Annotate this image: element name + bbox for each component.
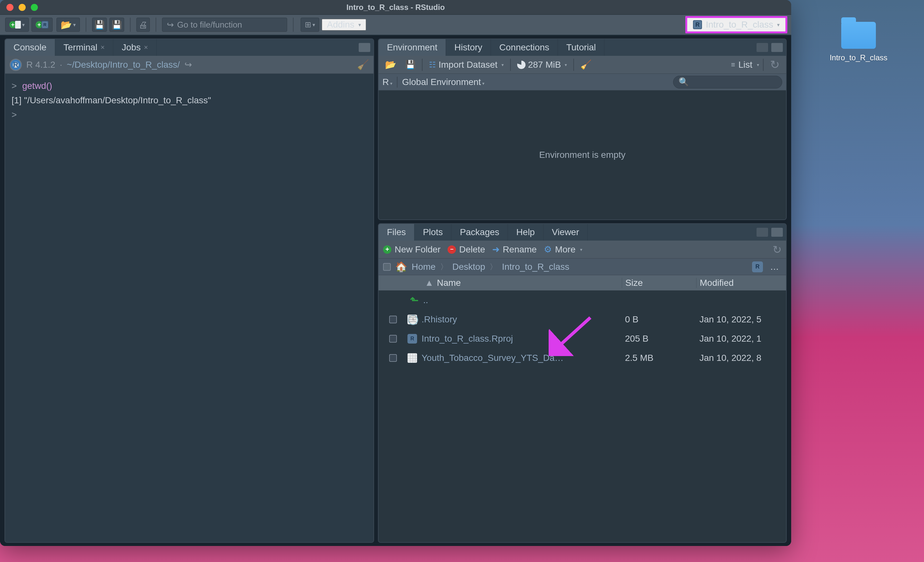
column-size[interactable]: Size [622,278,696,288]
refresh-env-button[interactable]: ↻ [767,58,782,71]
maximize-pane-icon[interactable] [771,43,783,52]
env-empty-message: Environment is empty [379,90,786,219]
console-path-link[interactable]: ~/Desktop/Intro_to_R_class/ [67,60,180,70]
tab-environment[interactable]: Environment [379,39,446,56]
r-version-label: R 4.1.2 [26,60,55,70]
file-row[interactable]: RIntro_to_R_class.Rproj 205 B Jan 10, 20… [379,329,786,348]
home-icon[interactable]: 🏠 [395,261,407,272]
data-file-icon [408,353,417,363]
delete-button[interactable]: −Delete [448,244,485,255]
env-search-input[interactable]: 🔍 [673,76,782,88]
import-dataset-button[interactable]: ☷Import Dataset▾ [426,58,506,71]
goto-input[interactable]: ↪Go to file/function [162,18,287,32]
breadcrumb-desktop[interactable]: Desktop [452,262,485,272]
tab-history[interactable]: History [446,39,491,56]
r-logo-icon: R [10,59,22,71]
memory-usage-button[interactable]: 287 MiB▾ [514,58,570,71]
clear-console-icon[interactable]: 🧹 [357,59,369,70]
up-arrow-icon: ⬑ [410,294,418,306]
minimize-pane-icon[interactable] [756,228,768,237]
files-pane: Files Plots Packages Help Viewer +New Fo… [378,223,787,543]
file-row-up[interactable]: ⬑.. [379,291,786,310]
new-folder-button[interactable]: +New Folder [383,244,441,255]
window-title: Intro_to_R_class - RStudio [346,3,445,12]
environment-pane: Environment History Connections Tutorial… [378,39,787,220]
chevron-right-icon: 〉 [490,262,497,272]
tab-packages[interactable]: Packages [452,224,508,241]
env-view-button[interactable]: ≡List▾ [731,60,759,70]
open-file-button[interactable]: 📂 [57,18,80,32]
share-icon[interactable]: ↪ [184,59,192,70]
print-button[interactable]: 🖨 [136,18,150,32]
breadcrumb-project[interactable]: Intro_to_R_class [502,262,569,272]
more-button[interactable]: ⚙More▾ [544,244,582,255]
pane-layout-button[interactable]: ⊞ [301,18,319,32]
tab-jobs[interactable]: Jobs× [113,39,157,56]
share-icon: ↪ [167,20,174,30]
popout-icon[interactable] [359,43,370,52]
pie-icon [517,61,525,69]
close-icon[interactable] [6,4,14,11]
breadcrumb-home[interactable]: Home [412,262,436,272]
new-project-button[interactable]: +R [32,18,52,32]
main-toolbar: + +R 📂 💾 💾 🖨 ↪Go to file/function ⊞ Addi… [0,15,791,35]
file-checkbox[interactable] [389,354,397,362]
select-all-checkbox[interactable] [383,263,391,271]
save-all-button[interactable]: 💾 [110,18,124,32]
file-row[interactable]: Youth_Tobacco_Survey_YTS_Da… 2.5 MB Jan … [379,348,786,368]
folder-icon [841,22,876,49]
tab-plots[interactable]: Plots [414,224,452,241]
divider [156,18,156,32]
file-checkbox[interactable] [389,335,397,343]
new-file-button[interactable]: + [5,18,29,32]
rstudio-window: Intro_to_R_class - RStudio + +R 📂 💾 💾 🖨 … [0,0,791,546]
file-checkbox[interactable] [389,316,397,323]
console-pane: Console Terminal× Jobs× R R 4.1.2 · ~/De… [4,39,374,543]
tab-terminal[interactable]: Terminal× [55,39,114,56]
tab-files[interactable]: Files [379,224,414,241]
close-icon[interactable]: × [144,43,148,52]
tab-connections[interactable]: Connections [491,39,558,56]
titlebar: Intro_to_R_class - RStudio [0,0,791,15]
env-scope-button[interactable]: Global Environment▾ [402,77,484,87]
save-button[interactable]: 💾 [92,18,107,32]
tab-tutorial[interactable]: Tutorial [558,39,604,56]
clear-env-button[interactable]: 🧹 [578,58,594,71]
maximize-icon[interactable] [31,4,38,11]
divider [86,18,86,32]
rename-button[interactable]: ➜Rename [492,244,537,255]
env-lang-button[interactable]: R▾ [382,77,392,87]
console-output[interactable]: > getwd() [1] "/Users/avahoffman/Desktop… [5,74,374,542]
more-options-icon[interactable]: … [767,262,782,272]
minimize-icon[interactable] [19,4,26,11]
divider [293,18,294,32]
desktop-folder[interactable]: Intro_to_R_class [830,22,887,62]
divider [130,18,130,32]
console-subbar: R R 4.1.2 · ~/Desktop/Intro_to_R_class/ … [5,56,374,74]
load-workspace-button[interactable]: 📂 [382,58,399,71]
column-modified[interactable]: Modified [696,278,786,288]
desktop-folder-label: Intro_to_R_class [830,53,887,62]
r-project-icon[interactable]: R [752,261,763,272]
project-dropdown[interactable]: R Intro_to_R_class [685,16,788,33]
close-icon[interactable]: × [101,43,105,52]
rproj-file-icon: R [408,334,417,343]
column-name[interactable]: ▲Name [408,278,622,288]
file-row[interactable]: 🕒.Rhistory 0 B Jan 10, 2022, 5 [379,310,786,329]
refresh-files-button[interactable]: ↻ [772,243,782,256]
addins-button[interactable]: Addins [322,19,366,30]
file-list-header: ▲Name Size Modified [379,275,786,291]
chevron-right-icon: 〉 [440,262,448,272]
tab-viewer[interactable]: Viewer [543,224,588,241]
history-file-icon: 🕒 [408,315,417,324]
minimize-pane-icon[interactable] [756,43,768,52]
tab-console[interactable]: Console [5,39,55,56]
maximize-pane-icon[interactable] [771,228,783,237]
tab-help[interactable]: Help [508,224,543,241]
r-project-icon: R [693,20,702,29]
save-workspace-button[interactable]: 💾 [403,58,418,71]
breadcrumb: 🏠 Home 〉 Desktop 〉 Intro_to_R_class R … [379,259,786,275]
